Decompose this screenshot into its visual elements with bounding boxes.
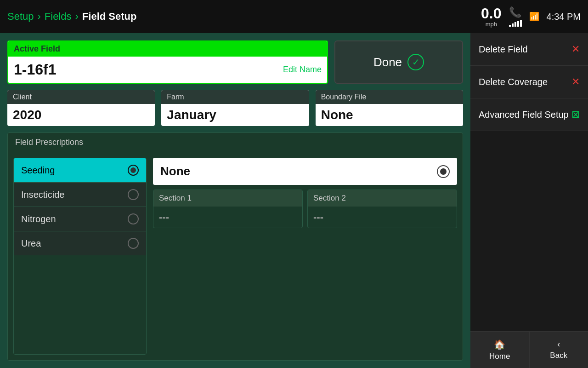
clock: 4:34 PM [547,12,581,22]
delete-field-label: Delete Field [479,43,528,55]
done-button[interactable]: Done ✓ [334,40,463,84]
top-bar: Setup › Fields › Field Setup 0.0 mph 📞 📶… [0,0,588,33]
delete-coverage-icon: ✕ [571,76,580,88]
prescription-list: Seeding Insecticide Nitrogen [13,158,147,355]
presc-nitrogen-label: Nitrogen [21,214,56,224]
field-name: 1-16f1 [14,61,57,78]
active-field-name-row: 1-16f1 Edit Name [8,57,327,83]
edit-name-link[interactable]: Edit Name [283,65,322,75]
boundary-file-label: Boundary File [316,90,463,104]
active-field-row: Active Field 1-16f1 Edit Name Done ✓ [7,40,463,84]
home-icon: 🏠 [494,339,505,350]
right-sidebar: Delete Field ✕ Delete Coverage ✕ Advance… [470,33,588,368]
info-row: Client 2020 Farm January Boundary File N… [7,90,463,126]
presc-none-radio [437,165,450,178]
presc-seeding-radio [128,165,139,176]
boundary-file-value: None [316,104,463,126]
delete-field-icon: ✕ [571,43,580,55]
sidebar-top: Delete Field ✕ Delete Coverage ✕ Advance… [470,33,588,331]
section-2-value: --- [308,207,457,228]
status-area: 0.0 mph 📞 📶 4:34 PM [481,6,581,28]
presc-none-option[interactable]: None [153,158,457,185]
speed-value: 0.0 [481,6,501,21]
speed-display: 0.0 mph [481,6,501,28]
farm-label: Farm [161,90,309,104]
presc-insecticide-label: Insecticide [21,190,65,200]
back-arrow-icon: ‹ [557,339,560,349]
presc-insecticide-radio [128,189,139,200]
phone-icon: 📞 [509,6,521,18]
section-1-cell: Section 1 --- [153,190,303,228]
prescriptions-body: Seeding Insecticide Nitrogen [8,152,463,360]
section-1-value: --- [153,207,302,228]
farm-cell[interactable]: Farm January [161,90,309,126]
presc-seeding-label: Seeding [21,165,55,176]
boundary-file-cell[interactable]: Boundary File None [316,90,463,126]
home-label: Home [489,352,510,361]
advanced-field-setup-icon: ⊠ [571,109,580,121]
presc-item-nitrogen[interactable]: Nitrogen [14,207,146,231]
active-field-label: Active Field [8,41,327,57]
speed-unit: mph [481,21,501,28]
prescription-detail: None Section 1 --- Section 2 --- [153,158,457,355]
client-label: Client [7,90,155,104]
done-label: Done [373,55,402,69]
sep2: › [75,11,79,23]
current-page-title: Field Setup [82,11,137,23]
content-area: Active Field 1-16f1 Edit Name Done ✓ Cli… [0,33,470,368]
main-layout: Active Field 1-16f1 Edit Name Done ✓ Cli… [0,33,588,368]
presc-urea-radio [128,238,139,249]
signal-display: 📞 [509,6,522,27]
client-value: 2020 [7,104,155,126]
fields-link[interactable]: Fields [45,11,72,23]
sections-row: Section 1 --- Section 2 --- [153,190,457,228]
prescriptions-header: Field Prescriptions [8,133,463,152]
presc-nitrogen-radio [128,213,139,224]
client-cell[interactable]: Client 2020 [7,90,155,126]
wifi-icon: 📶 [529,12,539,22]
section-1-label: Section 1 [153,190,302,207]
section-2-label: Section 2 [308,190,457,207]
farm-value: January [161,104,309,126]
advanced-field-setup-button[interactable]: Advanced Field Setup ⊠ [470,98,588,131]
back-button[interactable]: ‹ Back [530,332,588,368]
presc-urea-label: Urea [21,238,41,249]
signal-bars [509,20,522,27]
delete-coverage-button[interactable]: Delete Coverage ✕ [470,66,588,98]
section-2-cell: Section 2 --- [307,190,457,228]
done-check-icon: ✓ [407,54,424,70]
presc-item-seeding[interactable]: Seeding [14,158,146,183]
sidebar-bottom: 🏠 Home ‹ Back [470,331,588,368]
presc-none-text: None [160,164,190,178]
prescriptions-section: Field Prescriptions Seeding Insecticide [7,132,463,361]
setup-link[interactable]: Setup [7,11,34,23]
home-button[interactable]: 🏠 Home [470,332,530,368]
delete-field-button[interactable]: Delete Field ✕ [470,33,588,66]
presc-item-insecticide[interactable]: Insecticide [14,183,146,207]
advanced-field-setup-label: Advanced Field Setup [479,109,569,121]
back-label: Back [550,351,567,360]
sep1: › [38,11,41,23]
breadcrumb: Setup › Fields › Field Setup [7,11,481,23]
presc-item-urea[interactable]: Urea [14,231,146,255]
delete-coverage-label: Delete Coverage [479,76,548,88]
active-field-box: Active Field 1-16f1 Edit Name [7,40,328,84]
